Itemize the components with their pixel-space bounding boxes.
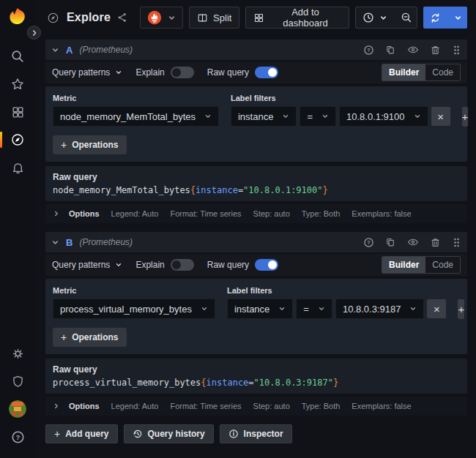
operations-label: Operations [72, 140, 118, 150]
query-options-row[interactable]: Options Legend: Auto Format: Time series… [45, 204, 467, 223]
metric-select[interactable]: process_virtual_memory_bytes [53, 299, 215, 319]
datasource-picker[interactable] [140, 7, 183, 29]
filter-label-value: instance [238, 111, 273, 122]
builder-mode-option[interactable]: Builder [382, 257, 425, 273]
dashboard-grid-icon [253, 12, 264, 23]
explain-toggle-group: Explain [135, 67, 193, 78]
svg-text:?: ? [367, 240, 370, 246]
chevron-down-icon [201, 305, 208, 312]
code-brace: { [190, 185, 196, 195]
sidebar-item-explore[interactable] [0, 126, 35, 154]
filter-operator-select[interactable]: = [300, 106, 336, 127]
filter-operator-select[interactable]: = [296, 299, 332, 319]
remove-query-button[interactable] [430, 45, 441, 56]
remove-filter-button[interactable]: × [431, 107, 450, 126]
zoom-out-time-button[interactable] [394, 7, 417, 28]
add-filter-button[interactable]: + [458, 299, 464, 319]
query-help-button[interactable]: ? [363, 237, 374, 248]
sidebar-item-starred[interactable] [0, 70, 35, 98]
query-patterns-dropdown[interactable]: Query patterns [52, 67, 122, 78]
chevron-down-icon [115, 69, 122, 76]
sidebar-item-apps[interactable] [0, 98, 35, 126]
query-patterns-dropdown[interactable]: Query patterns [52, 260, 122, 270]
drag-handle[interactable] [452, 237, 461, 248]
query-row-header[interactable]: A (Prometheus) ? [45, 40, 467, 60]
hide-query-button[interactable] [407, 44, 419, 56]
svg-text:?: ? [367, 48, 370, 53]
options-title: Options [69, 402, 100, 410]
run-query-button[interactable] [423, 7, 447, 29]
split-button[interactable]: Split [189, 7, 239, 29]
sidebar-item-configuration[interactable] [0, 339, 35, 367]
filter-label-value: instance [234, 304, 269, 315]
builder-mode-option[interactable]: Builder [382, 64, 425, 80]
editor-mode-segmented: Builder Code [382, 64, 461, 81]
chevron-down-icon [278, 305, 286, 312]
info-circle-icon [228, 429, 239, 439]
options-title: Options [69, 209, 100, 218]
raw-query-code: node_memory_MemTotal_bytes{instance="10.… [53, 185, 460, 195]
filter-label-select[interactable]: instance [231, 106, 297, 127]
sidebar-item-help[interactable]: ? [0, 423, 35, 451]
raw-query-preview: Raw query process_virtual_memory_bytes{i… [45, 358, 467, 394]
add-filter-button[interactable]: + [462, 107, 469, 127]
inspector-button[interactable]: Inspector [220, 424, 292, 443]
add-operations-button[interactable]: + Operations [53, 135, 127, 154]
query-patterns-label: Query patterns [52, 260, 110, 270]
split-button-label: Split [213, 12, 231, 23]
trash-icon [430, 237, 441, 248]
raw-query-toggle[interactable] [255, 67, 278, 78]
sidebar-item-search[interactable] [0, 42, 35, 70]
query-row-header[interactable]: B (Prometheus) ? [45, 232, 467, 252]
filter-value-select[interactable]: 10.8.0.1:9100 [339, 106, 428, 127]
query-row-actions: ? [363, 236, 461, 248]
sidebar-expand-button[interactable] [27, 26, 41, 40]
time-picker-button[interactable] [356, 7, 394, 28]
duplicate-query-button[interactable] [385, 45, 396, 56]
query-help-button[interactable]: ? [363, 45, 374, 56]
add-to-dashboard-label: Add to dashboard [269, 7, 341, 29]
remove-query-button[interactable] [430, 237, 441, 248]
query-toolbar: Query patterns Explain Raw query Builder… [45, 61, 467, 83]
hide-query-button[interactable] [407, 236, 419, 248]
sidebar-item-profile[interactable] [0, 395, 35, 423]
topbar-left: Explore [47, 7, 183, 29]
query-ref-id: A [66, 45, 72, 56]
explain-toggle[interactable] [171, 67, 194, 78]
add-query-button[interactable]: + Add query [45, 424, 118, 443]
drag-handle[interactable] [452, 45, 461, 56]
add-to-dashboard-button[interactable]: Add to dashboard [245, 7, 349, 29]
chevron-down-icon [379, 14, 387, 22]
query-history-button[interactable]: Query history [124, 424, 214, 443]
share-link-button[interactable] [116, 12, 128, 23]
filter-label-select[interactable]: instance [227, 299, 293, 319]
duplicate-query-button[interactable] [385, 237, 396, 248]
raw-query-title: Raw query [53, 364, 460, 375]
option-legend: Legend: Auto [111, 209, 159, 218]
sidebar-top-group [0, 42, 35, 181]
filter-operator-value: = [303, 304, 309, 315]
option-exemplars: Exemplars: false [352, 402, 411, 410]
raw-query-toggle[interactable] [255, 259, 278, 271]
grafana-logo[interactable] [6, 6, 29, 29]
option-format: Format: Time series [170, 209, 241, 218]
code-mode-option[interactable]: Code [425, 64, 460, 80]
sidebar-item-alerting[interactable] [0, 154, 35, 181]
raw-query-code: process_virtual_memory_bytes{instance="1… [53, 378, 460, 388]
chevron-down-icon [204, 113, 212, 120]
question-circle-icon: ? [363, 45, 374, 56]
remove-filter-button[interactable]: × [427, 299, 446, 318]
code-mode-option[interactable]: Code [425, 257, 460, 273]
chevron-down-icon [115, 261, 122, 269]
run-query-interval-dropdown[interactable] [447, 7, 467, 29]
editor-mode-segmented: Builder Code [382, 256, 461, 274]
sidebar-item-server-admin[interactable] [0, 367, 35, 395]
explain-toggle[interactable] [171, 259, 194, 271]
query-options-row[interactable]: Options Legend: Auto Format: Time series… [45, 397, 467, 416]
chevron-down-icon [168, 14, 176, 22]
operations-label: Operations [72, 332, 118, 342]
add-operations-button[interactable]: + Operations [53, 328, 127, 347]
filter-value-select[interactable]: 10.8.0.3:9187 [335, 299, 425, 319]
metric-select[interactable]: node_memory_MemTotal_bytes [53, 106, 219, 127]
inspector-label: Inspector [244, 429, 283, 439]
